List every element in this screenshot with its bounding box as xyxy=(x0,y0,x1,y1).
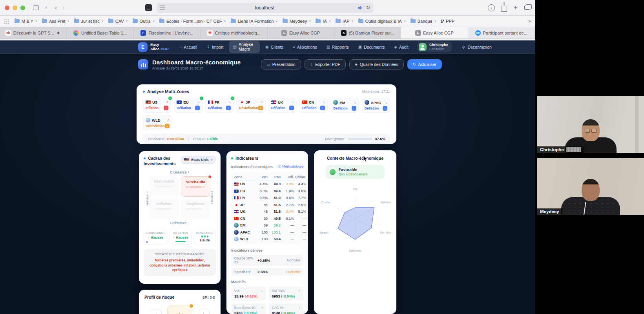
bookmark-folder[interactable]: Jur et fisc∨ xyxy=(73,18,105,24)
new-tab-button[interactable]: + xyxy=(514,4,518,12)
uk-flag-icon xyxy=(271,100,276,104)
folder-icon xyxy=(358,19,363,23)
data-quality-button[interactable]: ◈Qualité des Données xyxy=(349,59,404,69)
nav-item-analyse-macro[interactable]: ▤Analyse Macro xyxy=(229,41,260,53)
zone-chip-us[interactable]: ✓ US↗ Inflation↑ xyxy=(143,98,171,113)
nav-item-rapports[interactable]: ▥Rapports xyxy=(323,43,353,51)
zone-chip-apac[interactable]: APAC↘ Déflation↓ xyxy=(362,98,390,113)
table-row: APAC 100100.1 —— xyxy=(234,229,301,236)
table-row: US 4.4%49.3 3.0%4.4% xyxy=(234,181,301,188)
presentation-button[interactable]: ▭Présentation xyxy=(261,59,301,69)
zone-chip-uk[interactable]: UK↘ Déflation↓ xyxy=(268,98,297,113)
bookmark-folder[interactable]: CAV∨ xyxy=(107,18,130,24)
tab-favicon xyxy=(73,30,79,36)
download-icon: ⇩ xyxy=(310,62,313,66)
tab-untitled-base[interactable]: Untitled Base: Table 1... xyxy=(67,27,133,38)
refresh-button[interactable]: ↻Actualiser xyxy=(407,59,442,69)
table-row: JP 8551.5 2.7%2.6% xyxy=(234,201,301,208)
close-window-button[interactable] xyxy=(5,5,9,10)
tab-fiscalonline[interactable]: F Fiscalonline | L'avène... xyxy=(134,27,201,38)
state-badge: → xyxy=(165,124,170,128)
nav-item-import[interactable]: ↧Import xyxy=(203,43,227,51)
reload-icon[interactable]: ↻ xyxy=(366,5,370,11)
extension-icon[interactable] xyxy=(145,4,152,11)
bookmark-folder[interactable]: IA∨ xyxy=(314,18,332,24)
bookmark-folder[interactable]: Outils digitaux & IA∨ xyxy=(357,18,407,24)
bookmarks-overflow-chevron[interactable]: » xyxy=(528,18,531,24)
forward-button[interactable]: › xyxy=(62,4,64,11)
brand-logo-block[interactable]: E EasyAlloc CGP xyxy=(138,42,168,52)
zone-chip-cn[interactable]: CN↘ Déflation↓ xyxy=(299,98,328,113)
methodology-link[interactable]: ⓘ Méthodologie xyxy=(277,164,303,169)
nav-item-documents[interactable]: ▣Documents xyxy=(354,43,389,51)
state-badge: ↓ xyxy=(383,106,387,111)
nav-item-clients[interactable]: ◉Clients xyxy=(261,43,287,51)
bookmark-ppp[interactable]: PPPP xyxy=(440,18,456,25)
bookmark-folder[interactable]: IAP∨ xyxy=(334,18,355,24)
mute-audio-icon[interactable] xyxy=(358,5,363,10)
user-menu[interactable]: ChristopheConseiller xyxy=(417,42,452,53)
stat-confiance: CONFIANCE Haute xyxy=(194,229,216,245)
country-select[interactable]: États-Unis∨ xyxy=(181,156,216,164)
table-row: EU 0.3%49.4 1.9%3.8% xyxy=(234,188,301,195)
zone-chip-em[interactable]: EM↘ Déflation↓ xyxy=(330,98,359,113)
export-pdf-button[interactable]: ⇩Exporter PDF xyxy=(305,59,346,69)
trend-down-icon: ↘ xyxy=(385,101,387,104)
bookmark-folder[interactable]: Ass Prêt∨ xyxy=(40,18,71,24)
shield-icon: ◈ xyxy=(355,62,358,66)
url-bar[interactable]: localhost ↻ xyxy=(157,3,373,13)
bookmark-folder[interactable]: Ecoles - Form...ion - CT C&F∨ xyxy=(158,18,228,24)
bookmark-folder[interactable]: Meydeey∨ xyxy=(281,18,313,24)
zone-chip-eu[interactable]: ✓ EU↘ Déflation↓ xyxy=(174,98,202,113)
favorites-grid-icon[interactable] xyxy=(4,19,9,24)
zone-chip-jp[interactable]: JP↗ Désinflation→ xyxy=(236,98,266,113)
tab-damian-player[interactable]: X (5) Damian Player sur... xyxy=(334,27,401,38)
section-derives-label: Indicateurs dérivés xyxy=(231,248,303,252)
back-button[interactable]: ‹ xyxy=(55,4,57,11)
tab-critique-methodologique[interactable]: ✳ Critique méthodologiq... xyxy=(201,27,267,38)
share-icon[interactable] xyxy=(502,5,507,12)
video-tile-christophe[interactable]: Christophe xyxy=(537,96,644,153)
stat-bar xyxy=(175,241,186,242)
eu-flag-icon xyxy=(177,100,182,104)
screen: ∨ ‹ › localhost ↻ ↓ + xyxy=(0,0,644,314)
strategy-box: STRATÉGIE RECOMMANDÉE Matières premières… xyxy=(144,249,216,276)
easy-alloc-page: E EasyAlloc CGP ⌂Accueil ↧Import ▤Analys… xyxy=(0,40,535,314)
page-subtitle: Analyse du 26/01/2026 16:36:17 xyxy=(152,66,241,70)
trend-down-icon: ↘ xyxy=(228,100,231,104)
bookmark-folder[interactable]: Banque∨ xyxy=(409,18,438,24)
sidebar-chevron-button[interactable]: ∨ xyxy=(41,4,51,12)
tab-easy-alloc-2-active[interactable]: L Easy Alloc CGP xyxy=(401,27,468,38)
bookmark-folder[interactable]: M & Y∨ xyxy=(13,18,39,24)
bookmark-folder[interactable]: Liens IA Formation∨ xyxy=(229,18,279,24)
state-badge: → xyxy=(258,106,263,110)
blurred-lastname xyxy=(566,147,581,152)
dashboard-header: Dashboard Macro-économique Analyse du 26… xyxy=(0,54,535,75)
quadrant-desinflation: DésinflationCroissance + xyxy=(149,176,179,197)
ppp-icon: P xyxy=(441,18,444,24)
bookmark-folder[interactable]: Outils∨ xyxy=(131,18,156,24)
zone-chip-fr[interactable]: ✓ FR↘ Déflation↓ xyxy=(205,98,234,113)
nav-item-allocations[interactable]: ◕Allocations xyxy=(289,43,321,51)
tab-decouvrir-gpt[interactable]: sk Découvrir le GPT S... xyxy=(0,27,67,38)
sidebar-toggle-button[interactable] xyxy=(31,4,41,12)
url-text[interactable]: localhost xyxy=(157,5,373,11)
logout-button[interactable]: ⎆Deconnexion xyxy=(462,45,491,49)
zone-chip-wld[interactable]: WLD↗ Désinflation→ xyxy=(143,115,172,130)
tab-overview-icon[interactable] xyxy=(524,5,529,10)
folder-icon xyxy=(410,19,416,23)
nav-item-audit[interactable]: ◈Audit xyxy=(390,43,412,51)
tab-audio-icon[interactable] xyxy=(57,31,61,35)
video-tile-meydeey[interactable]: Meydeey xyxy=(537,158,644,215)
globe-icon xyxy=(365,100,369,105)
nav-item-accueil[interactable]: ⌂Accueil xyxy=(175,43,201,51)
folder-icon xyxy=(15,19,20,23)
presentation-icon: ▭ xyxy=(266,62,270,66)
check-icon: ✓ xyxy=(168,96,172,100)
participant-name-label: Christophe xyxy=(537,146,584,153)
zoom-window-button[interactable] xyxy=(20,5,25,10)
tab-easy-alloc-1[interactable]: L Easy Alloc CGP xyxy=(268,27,334,38)
downloads-icon[interactable]: ↓ xyxy=(488,4,495,11)
tab-zoom-participant[interactable]: zm Participant sortant de... xyxy=(468,27,535,38)
minimize-window-button[interactable] xyxy=(13,5,17,10)
